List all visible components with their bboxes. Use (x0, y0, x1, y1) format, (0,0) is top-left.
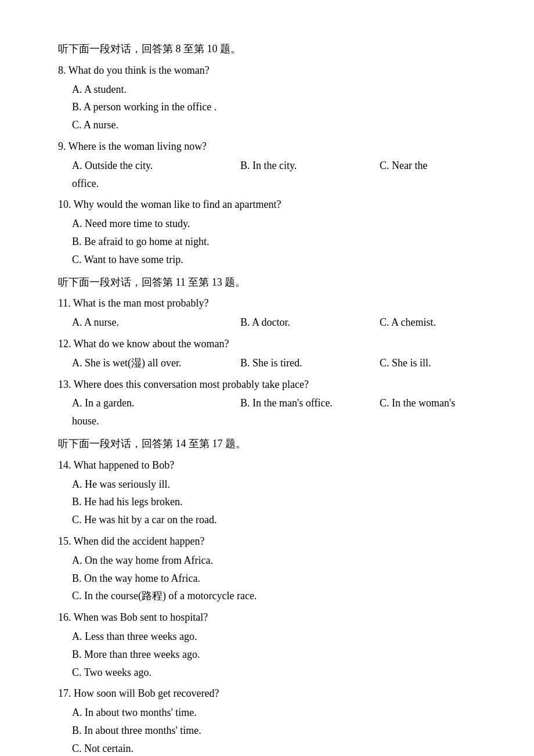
options-12-inline: A. She is wet(湿) all over. B. She is tir… (72, 355, 488, 372)
question-13: 13. Where does this conversation most pr… (58, 376, 488, 393)
option-13c-partial: C. In the woman's (380, 395, 488, 412)
section-8-10: 听下面一段对话，回答第 8 至第 10 题。 8. What do you th… (58, 41, 488, 268)
option-8b: B. A person working in the office . (72, 99, 488, 116)
option-13a: A. In a garden. (72, 395, 240, 412)
option-9a: A. Outside the city. (72, 157, 240, 174)
question-8: 8. What do you think is the woman? (58, 62, 488, 79)
option-16a: A. Less than three weeks ago. (72, 628, 488, 645)
option-16b: B. More than three weeks ago. (72, 646, 488, 663)
question-12: 12. What do we know about the woman? (58, 336, 488, 352)
question-9: 9. Where is the woman living now? (58, 138, 488, 155)
option-15b: B. On the way home to Africa. (72, 570, 488, 587)
section-header-3: 听下面一段对话，回答第 14 至第 17 题。 (58, 435, 488, 452)
option-9b: B. In the city. (240, 157, 380, 174)
option-17c: C. Not certain. (72, 740, 488, 756)
question-11: 11. What is the man most probably? (58, 295, 488, 312)
section-11-13: 听下面一段对话，回答第 11 至第 13 题。 11. What is the … (58, 274, 488, 430)
option-13b: B. In the man's office. (240, 395, 380, 412)
question-16: 16. When was Bob sent to hospital? (58, 609, 488, 626)
option-17b: B. In about three months' time. (72, 722, 488, 739)
question-10: 10. Why would the woman like to find an … (58, 196, 488, 213)
options-13-inline: A. In a garden. B. In the man's office. … (72, 395, 488, 412)
page-content: 听下面一段对话，回答第 8 至第 10 题。 8. What do you th… (58, 41, 488, 756)
option-8a: A. A student. (72, 81, 488, 98)
question-14: 14. What happened to Bob? (58, 457, 488, 474)
option-11c: C. A chemist. (380, 314, 488, 331)
option-15c: C. In the course(路程) of a motorcycle rac… (72, 588, 488, 604)
option-9c-partial: C. Near the (380, 157, 488, 174)
option-15a: A. On the way home from Africa. (72, 552, 488, 569)
options-11-inline: A. A nurse. B. A doctor. C. A chemist. (72, 314, 488, 331)
option-12a: A. She is wet(湿) all over. (72, 355, 240, 372)
option-14a: A. He was seriously ill. (72, 476, 488, 493)
option-13-continuation: house. (72, 413, 488, 430)
option-10b: B. Be afraid to go home at night. (72, 233, 488, 250)
option-14c: C. He was hit by a car on the road. (72, 512, 488, 528)
question-17: 17. How soon will Bob get recovered? (58, 685, 488, 702)
option-14b: B. He had his legs broken. (72, 494, 488, 510)
option-17a: A. In about two months' time. (72, 704, 488, 721)
section-header-2: 听下面一段对话，回答第 11 至第 13 题。 (58, 274, 488, 291)
option-16c: C. Two weeks ago. (72, 664, 488, 681)
option-10a: A. Need more time to study. (72, 215, 488, 232)
section-header-1: 听下面一段对话，回答第 8 至第 10 题。 (58, 41, 488, 57)
option-12b: B. She is tired. (240, 355, 380, 372)
option-12c: C. She is ill. (380, 355, 488, 372)
option-11a: A. A nurse. (72, 314, 240, 331)
options-9-inline: A. Outside the city. B. In the city. C. … (72, 157, 488, 174)
option-9-continuation: office. (72, 175, 488, 192)
option-11b: B. A doctor. (240, 314, 380, 331)
option-8c: C. A nurse. (72, 117, 488, 134)
question-15: 15. When did the accident happen? (58, 533, 488, 550)
option-10c: C. Want to have some trip. (72, 251, 488, 268)
section-14-17: 听下面一段对话，回答第 14 至第 17 题。 14. What happene… (58, 435, 488, 756)
